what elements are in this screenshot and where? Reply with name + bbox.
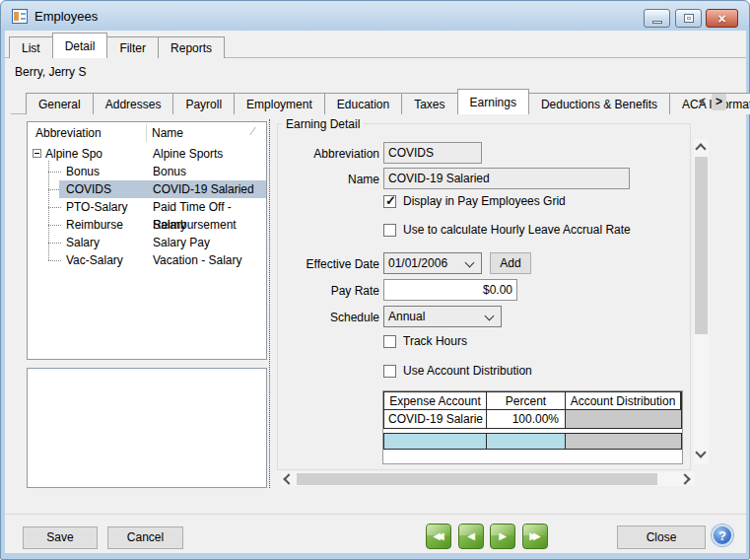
tree-cell-abbreviation: Vac-Salary [66,251,123,269]
abbreviation-field[interactable]: COVIDS [383,142,482,164]
table-header-percent: Percent [487,392,566,410]
column-header-name[interactable]: Name [152,126,183,140]
window-title: Employees [34,9,98,24]
pay-rate-field[interactable]: $0.00 [383,279,517,301]
tree-row[interactable]: Salary Salary Pay [29,234,266,251]
tree-cell-abbreviation: Bonus [66,163,100,180]
tab-reports[interactable]: Reports [158,36,225,58]
tab-deductions-benefits[interactable]: Deductions & Benefits [528,93,670,114]
save-button[interactable]: Save [23,526,98,549]
cancel-button[interactable]: Cancel [107,526,183,549]
checkbox-icon [383,224,396,237]
tree-cell-name: Alpine Sports [153,145,223,163]
nav-first-button[interactable]: ◀◀ [426,524,451,549]
tree-cell-name: COVID-19 Salaried [153,180,254,198]
next-record-icon: ▶ [499,530,507,541]
tree-row[interactable]: Bonus Bonus [29,163,266,180]
tab-filter[interactable]: Filter [106,36,159,58]
maximize-button[interactable] [675,9,702,28]
close-icon: × [707,10,737,28]
dialog-content: List Detail Filter Reports Berry, Jerry … [5,31,746,553]
tab-education[interactable]: Education [324,93,402,114]
checkbox-label: Use to calculate Hourly Leave Accrual Ra… [403,223,631,238]
earning-detail-group-label: Earning Detail [282,117,364,131]
tab-general[interactable]: General [26,93,94,114]
horizontal-scrollbar-thumb[interactable] [297,473,657,485]
vertical-scrollbar[interactable] [694,139,709,464]
name-field[interactable]: COVID-19 Salaried [383,168,630,189]
main-tab-strip: List Detail Filter Reports [9,33,224,58]
scroll-down-icon[interactable] [695,447,706,457]
horizontal-scrollbar[interactable] [281,472,695,486]
abbreviation-label: Abbreviation [281,147,379,161]
checkbox-icon [383,365,396,378]
sort-indicator-icon: ⁄ [252,126,254,137]
tree-cell-abbreviation: PTO-Salary [66,198,127,216]
table-cell-percent[interactable]: 100.00% [487,410,566,428]
tab-scroll-right-button[interactable]: > [712,94,726,110]
account-distribution-table: Expense Account Percent Account Distribu… [382,390,683,464]
chevron-down-icon [485,312,495,321]
vertical-scrollbar-thumb[interactable] [695,157,708,334]
schedule-label: Schedule [301,311,379,324]
tab-earnings[interactable]: Earnings [457,89,529,114]
table-cell-expense-account[interactable] [384,434,487,449]
schedule-value: Annual [388,310,425,323]
tree-cell-name: Vacation - Salary [153,251,242,269]
tab-detail[interactable]: Detail [52,33,108,58]
tab-employment[interactable]: Employment [234,93,325,114]
table-cell-percent[interactable] [487,434,566,449]
tree-header: Abbreviation Name ⁄ [28,122,266,144]
minimize-icon [652,21,662,24]
tree-row[interactable]: Reimburse Reimbursement [29,216,266,234]
effective-date-value: 01/01/2006 [388,256,447,270]
scroll-right-icon[interactable] [679,473,690,484]
name-label: Name [301,173,379,186]
nav-last-button[interactable]: ▶▶ [522,524,548,549]
close-button[interactable]: Close [617,525,706,549]
title-bar: Employees × [1,1,749,31]
first-record-icon: ◀◀ [433,530,440,541]
detail-tab-strip: General Addresses Payroll Employment Edu… [26,89,750,114]
tree-cell-name: Salary Pay [153,234,210,251]
previous-record-icon: ◀ [467,530,475,541]
scroll-left-icon[interactable] [283,473,294,484]
tree-cell-abbreviation: Reimburse [66,216,123,234]
tree-cell-name: Bonus [153,163,186,180]
effective-date-dropdown[interactable]: 01/01/2006 [383,252,482,274]
checkbox-label: Display in Pay Employees Grid [403,194,566,209]
table-cell-account-distribution[interactable] [566,434,681,449]
effective-date-label: Effective Date [281,257,379,271]
table-cell-expense-account[interactable]: COVID-19 Salarie [384,410,487,428]
collapse-icon[interactable] [33,149,41,158]
tab-scroll-left-button[interactable]: < [695,94,710,110]
tree-cell-name: Reimbursement [153,216,237,234]
minimize-button[interactable] [644,9,670,28]
tree-row[interactable]: PTO-Salary Paid Time Off - Salary [29,198,266,216]
checkbox-icon [383,335,396,348]
checkbox-icon [383,195,396,208]
employee-name: Berry, Jerry S [15,65,86,79]
schedule-dropdown[interactable]: Annual [383,306,502,327]
table-header-expense-account: Expense Account [384,392,487,410]
tab-addresses[interactable]: Addresses [93,93,174,114]
tree-row-selected[interactable]: COVIDS COVID-19 Salaried [29,180,266,198]
tab-taxes[interactable]: Taxes [401,93,457,114]
add-button[interactable]: Add [490,252,531,274]
nav-next-button[interactable]: ▶ [490,524,515,549]
tab-list[interactable]: List [9,36,53,58]
close-window-button[interactable]: × [706,9,738,28]
table-cell-account-distribution[interactable] [566,410,681,428]
scroll-up-icon[interactable] [695,143,706,154]
last-record-icon: ▶▶ [529,530,536,541]
pay-rate-label: Pay Rate [301,284,379,298]
help-button[interactable]: ? [712,525,733,546]
nav-previous-button[interactable]: ◀ [458,524,484,549]
column-header-abbreviation[interactable]: Abbreviation [35,126,102,140]
earnings-tree: Abbreviation Name ⁄ Alpine Spo Alpine Sp… [27,121,267,360]
tree-row[interactable]: Alpine Spo Alpine Sports [29,145,266,163]
tab-payroll[interactable]: Payroll [172,93,235,114]
pane-splitter[interactable] [269,119,270,488]
employees-app-icon [12,9,28,24]
tree-row[interactable]: Vac-Salary Vacation - Salary [29,251,266,269]
